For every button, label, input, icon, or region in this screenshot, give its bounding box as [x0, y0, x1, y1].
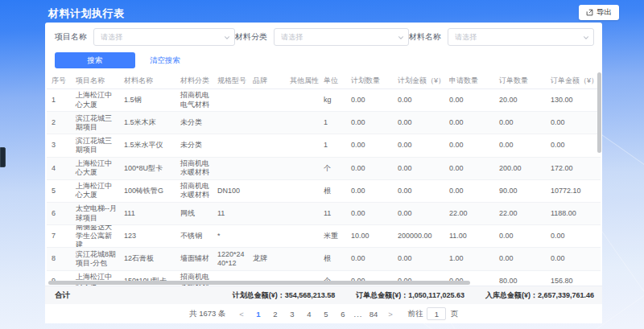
table-cell [285, 134, 319, 156]
table-cell: 0.00 [346, 134, 393, 156]
table-row[interactable]: 4上海松江中心大厦100*8U型卡招商机电 水暖材料个0.000.000.002… [47, 158, 601, 180]
column-header: 材料分类 [175, 74, 213, 88]
table-cell: 172.00 [546, 158, 601, 179]
goto-suffix: 页 [450, 309, 458, 319]
table-cell: 1.5米水平仪 [119, 134, 175, 156]
table-row[interactable]: 7南侧盛达大学生公寓新建123不锈钢*米重10.00200000.0011.00… [47, 225, 601, 248]
table-row[interactable]: 1上海松江中心大厦1.5钢招商机电 电气材料kg0.000.000.0020.0… [47, 89, 601, 112]
filter-material-category: 材料分类 [235, 28, 409, 46]
table-cell [285, 248, 319, 269]
table-cell [213, 158, 248, 179]
table-cell: 0.00 [494, 248, 546, 269]
page-button-84[interactable]: 84 [367, 308, 379, 320]
filter-material-label: 材料名称 [409, 31, 441, 43]
table-row[interactable]: 6太空电梯--月球项目111网线11110.000.0022.0022.0011… [47, 203, 601, 225]
table-cell: 上海松江中心大厦 [71, 180, 119, 202]
table-cell: 1220*2440*12 [213, 248, 248, 269]
table-cell [248, 134, 285, 156]
table-cell: 0.00 [546, 225, 601, 247]
filter-material-name: 材料名称 [409, 28, 594, 46]
search-button[interactable]: 搜索 [55, 52, 135, 68]
table-cell: 22.00 [444, 203, 494, 224]
table-cell [248, 180, 285, 202]
filter-project-name: 项目名称 [55, 28, 235, 46]
table-cell: kg [319, 89, 346, 111]
table-cell: 0.00 [346, 112, 393, 134]
order-total-value: 1,050,117,025.63 [408, 291, 464, 299]
table-cell: 0.00 [393, 89, 444, 111]
table-cell: 0.00 [346, 248, 393, 269]
table-cell: 22.00 [494, 203, 546, 224]
material-category-select[interactable] [274, 28, 409, 46]
table-cell: 0.00 [444, 89, 494, 111]
table-cell [285, 225, 319, 247]
column-header: 品牌 [248, 74, 285, 88]
table-cell: 滨江花城三期项目 [71, 134, 119, 156]
table-cell: 1.00 [444, 248, 494, 269]
table-cell: 1188.00 [546, 203, 601, 224]
page-button-6[interactable]: 6 [337, 308, 349, 320]
materials-table: 序号项目名称材料名称材料分类规格型号品牌其他属性单位计划数量计划金额（¥）申请数… [47, 74, 601, 294]
inbound-total-label: 入库总金额(¥)： [485, 290, 538, 301]
page-button-3[interactable]: 3 [287, 308, 299, 320]
prev-page-button[interactable]: < [236, 308, 248, 320]
table-cell: 8 [47, 248, 71, 269]
table-cell: 1 [319, 134, 346, 156]
table-row[interactable]: 3滨江花城三期项目1.5米水平仪未分类10.000.000.000.000.00 [47, 134, 601, 157]
page-button-1[interactable]: 1 [253, 308, 265, 320]
column-header: 序号 [47, 74, 71, 88]
table-cell: 滨江花城8期项目-分包 [71, 248, 119, 269]
table-cell: 0.00 [444, 134, 494, 156]
next-page-button[interactable]: > [384, 308, 396, 320]
export-button-label: 导出 [597, 7, 612, 18]
table-cell: 0.00 [393, 112, 444, 134]
page-button-5[interactable]: 5 [320, 308, 332, 320]
column-header: 订单数量 [494, 74, 546, 88]
table-cell: 1.5钢 [119, 89, 175, 111]
table-cell: 龙牌 [248, 248, 285, 269]
page-title: 材料计划执行表 [48, 6, 125, 21]
table-cell: 招商机电 水暖材料 [175, 180, 213, 202]
table-cell [248, 158, 285, 179]
export-button[interactable]: 导出 [579, 5, 619, 20]
inbound-total-amount: 入库总金额(¥)： 2,657,339,761.46 [485, 290, 594, 301]
page-button-4[interactable]: 4 [303, 308, 316, 320]
vertical-scrollbar[interactable] [597, 72, 601, 153]
table-cell: 10772.10 [546, 180, 601, 202]
table-cell [213, 89, 248, 111]
table-row[interactable]: 5上海松江中心大厦100铸铁管G招商机电 水暖材料DN100根0.000.000… [47, 180, 601, 203]
table-cell: 0.00 [393, 180, 444, 202]
table-cell: 111 [119, 203, 175, 224]
table-cell: 0.00 [494, 225, 546, 247]
table-cell: 未分类 [175, 134, 213, 156]
table-cell: 0.00 [546, 248, 601, 269]
page-ellipsis: ... [354, 310, 363, 319]
page-button-2[interactable]: 2 [270, 308, 282, 320]
goto-page-input[interactable] [427, 307, 446, 320]
plan-total-amount: 计划总金额(¥)： 354,568,213.58 [233, 290, 336, 301]
side-collapse-handle[interactable] [0, 147, 6, 167]
table-row[interactable]: 8滨江花城8期项目-分包12石膏板墙面辅材1220*2440*12龙牌根0.00… [47, 248, 601, 270]
table-cell: 招商机电 电气材料 [175, 89, 213, 111]
horizontal-scrollbar[interactable] [48, 281, 470, 285]
table-cell: 0.00 [444, 180, 494, 202]
table-cell: 0.00 [546, 112, 601, 134]
table-row[interactable]: 2滨江花城三期项目1.5米木床未分类10.000.000.000.000.00 [47, 112, 601, 134]
table-cell [285, 203, 319, 224]
table-cell: 0.00 [393, 203, 444, 224]
column-header: 材料名称 [119, 74, 175, 88]
material-name-select[interactable] [448, 28, 594, 46]
table-cell: 根 [319, 248, 346, 269]
column-header: 计划金额（¥） [393, 74, 444, 88]
table-cell: 1 [319, 112, 346, 134]
project-name-select[interactable] [93, 28, 235, 46]
table-cell: 0.00 [346, 180, 393, 202]
table-cell: 根 [319, 180, 346, 202]
clear-search-button[interactable]: 清空搜索 [150, 56, 180, 66]
table-cell: 南侧盛达大学生公寓新建 [71, 225, 119, 247]
table-cell: 招商机电 水暖材料 [175, 158, 213, 179]
pagination-total: 共 1673 条 [189, 309, 225, 319]
pagination: 共 1673 条 < 123456...84 > 前往 页 [45, 304, 602, 323]
table-cell: 0.00 [346, 203, 393, 224]
table-cell: * [213, 225, 248, 247]
